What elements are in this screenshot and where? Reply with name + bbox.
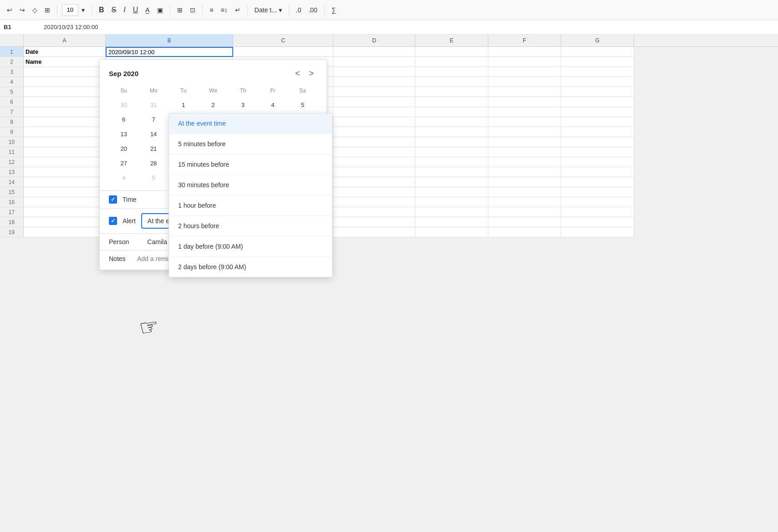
merge-button[interactable]: ⊡ bbox=[188, 5, 198, 15]
time-checkbox[interactable] bbox=[109, 195, 117, 204]
cell-e12[interactable] bbox=[415, 157, 488, 167]
cell-f9[interactable] bbox=[488, 127, 561, 137]
cell-d7[interactable] bbox=[333, 107, 415, 117]
cell-a10[interactable] bbox=[24, 137, 106, 147]
cell-g13[interactable] bbox=[561, 167, 634, 177]
cell-e13[interactable] bbox=[415, 167, 488, 177]
cell-d14[interactable] bbox=[333, 177, 415, 187]
redo-button[interactable]: ↪ bbox=[17, 5, 27, 15]
cell-d2[interactable] bbox=[333, 57, 415, 67]
cell-e16[interactable] bbox=[415, 197, 488, 207]
cell-a2[interactable]: Name bbox=[24, 57, 106, 67]
cell-g9[interactable] bbox=[561, 127, 634, 137]
text-color-button[interactable]: A̲ bbox=[143, 5, 152, 15]
cell-g16[interactable] bbox=[561, 197, 634, 207]
wrap-button[interactable]: ↵ bbox=[233, 5, 243, 15]
cell-e10[interactable] bbox=[415, 137, 488, 147]
cell-d5[interactable] bbox=[333, 87, 415, 97]
row-number[interactable]: 7 bbox=[0, 107, 24, 117]
font-size-display[interactable]: 10 bbox=[62, 4, 78, 16]
row-number[interactable]: 2 bbox=[0, 57, 24, 67]
paint-format-button[interactable]: ◇ bbox=[30, 5, 40, 15]
cell-e8[interactable] bbox=[415, 117, 488, 127]
calendar-day[interactable]: 30 bbox=[118, 98, 130, 111]
cell-f19[interactable] bbox=[488, 227, 561, 237]
col-header-e[interactable]: E bbox=[415, 35, 488, 46]
cell-b1[interactable]: 2020/09/10 12:00 bbox=[106, 47, 233, 57]
col-header-a[interactable]: A bbox=[24, 35, 106, 46]
calendar-next-button[interactable]: > bbox=[305, 67, 317, 80]
cell-e3[interactable] bbox=[415, 67, 488, 77]
cell-d10[interactable] bbox=[333, 137, 415, 147]
dropdown-item[interactable]: 1 hour before bbox=[169, 195, 332, 216]
row-number[interactable]: 17 bbox=[0, 207, 24, 217]
cell-d16[interactable] bbox=[333, 197, 415, 207]
row-number[interactable]: 3 bbox=[0, 67, 24, 77]
cell-g6[interactable] bbox=[561, 97, 634, 107]
col-header-b[interactable]: B bbox=[106, 35, 233, 46]
cell-a13[interactable] bbox=[24, 167, 106, 177]
cell-f3[interactable] bbox=[488, 67, 561, 77]
calendar-day[interactable]: 3 bbox=[236, 98, 249, 111]
row-number[interactable]: 19 bbox=[0, 227, 24, 237]
calendar-day[interactable]: 27 bbox=[118, 157, 130, 169]
cell-f2[interactable] bbox=[488, 57, 561, 67]
underline-button[interactable]: U bbox=[131, 4, 141, 16]
cell-g15[interactable] bbox=[561, 187, 634, 197]
cell-f5[interactable] bbox=[488, 87, 561, 97]
decimal-decrease-button[interactable]: .0 bbox=[294, 5, 304, 15]
row-number[interactable]: 1 bbox=[0, 47, 24, 57]
calendar-day[interactable]: 31 bbox=[147, 98, 160, 111]
row-number[interactable]: 9 bbox=[0, 127, 24, 137]
cell-f12[interactable] bbox=[488, 157, 561, 167]
cell-g14[interactable] bbox=[561, 177, 634, 187]
calendar-day[interactable]: 14 bbox=[147, 128, 160, 140]
decimal-increase-button[interactable]: .00 bbox=[306, 5, 319, 15]
calendar-day[interactable]: 20 bbox=[118, 142, 130, 155]
bold-button[interactable]: B bbox=[97, 4, 107, 16]
row-number[interactable]: 13 bbox=[0, 167, 24, 177]
cell-d9[interactable] bbox=[333, 127, 415, 137]
cell-f6[interactable] bbox=[488, 97, 561, 107]
cell-a14[interactable] bbox=[24, 177, 106, 187]
cell-d12[interactable] bbox=[333, 157, 415, 167]
cell-a8[interactable] bbox=[24, 117, 106, 127]
cell-e9[interactable] bbox=[415, 127, 488, 137]
dropdown-item[interactable]: 15 minutes before bbox=[169, 154, 332, 175]
row-number[interactable]: 10 bbox=[0, 137, 24, 147]
cell-e15[interactable] bbox=[415, 187, 488, 197]
calendar-day[interactable]: 5 bbox=[147, 171, 160, 184]
cell-e2[interactable] bbox=[415, 57, 488, 67]
cell-f8[interactable] bbox=[488, 117, 561, 127]
cell-f18[interactable] bbox=[488, 217, 561, 227]
cell-reference[interactable]: B1 bbox=[4, 24, 40, 31]
calendar-day[interactable]: 13 bbox=[118, 128, 130, 140]
cell-g19[interactable] bbox=[561, 227, 634, 237]
row-number[interactable]: 8 bbox=[0, 117, 24, 127]
cell-f13[interactable] bbox=[488, 167, 561, 177]
cell-a5[interactable] bbox=[24, 87, 106, 97]
strikethrough-button[interactable]: S bbox=[109, 4, 119, 16]
cell-d15[interactable] bbox=[333, 187, 415, 197]
cell-f10[interactable] bbox=[488, 137, 561, 147]
cell-a19[interactable] bbox=[24, 227, 106, 237]
cell-g8[interactable] bbox=[561, 117, 634, 127]
align-button[interactable]: ≡ bbox=[207, 5, 215, 15]
italic-button[interactable]: I bbox=[121, 4, 128, 16]
cell-g12[interactable] bbox=[561, 157, 634, 167]
cell-a15[interactable] bbox=[24, 187, 106, 197]
cell-f1[interactable] bbox=[488, 47, 561, 57]
cell-e11[interactable] bbox=[415, 147, 488, 157]
highlight-color-button[interactable]: ▣ bbox=[155, 5, 165, 15]
row-number[interactable]: 5 bbox=[0, 87, 24, 97]
format-button[interactable]: Date t... ▾ bbox=[252, 5, 284, 15]
calendar-day[interactable]: 21 bbox=[147, 142, 160, 155]
cell-e7[interactable] bbox=[415, 107, 488, 117]
cell-e17[interactable] bbox=[415, 207, 488, 217]
cell-f4[interactable] bbox=[488, 77, 561, 87]
cell-g17[interactable] bbox=[561, 207, 634, 217]
row-number[interactable]: 6 bbox=[0, 97, 24, 107]
dropdown-item[interactable]: 2 hours before bbox=[169, 216, 332, 236]
cell-a1[interactable]: Date bbox=[24, 47, 106, 57]
cell-f14[interactable] bbox=[488, 177, 561, 187]
